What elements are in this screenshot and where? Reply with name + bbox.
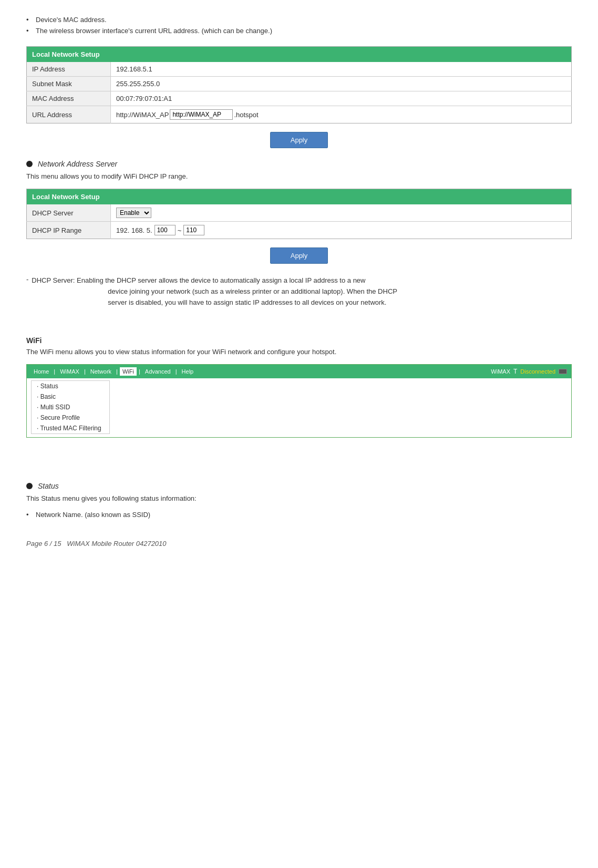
row-label: DHCP IP Range xyxy=(27,222,111,239)
dropdown-item-basic[interactable]: · Basic xyxy=(32,391,109,402)
apply-button-1[interactable]: Apply xyxy=(270,132,328,148)
row-label: IP Address xyxy=(27,62,111,77)
nav-item-advanced[interactable]: Advanced xyxy=(142,367,173,376)
nav-sep-1: | xyxy=(54,368,55,375)
nav-sep-2: | xyxy=(84,368,86,375)
wifi-heading: WiFi xyxy=(26,336,572,345)
top-bullet-list: Device's MAC address. The wireless brows… xyxy=(26,16,572,35)
table2-header: Local Network Setup xyxy=(27,189,572,205)
nav-item-help[interactable]: Help xyxy=(179,367,197,376)
nav-item-wifi[interactable]: WiFi xyxy=(120,367,137,376)
url-suffix: .hotspot xyxy=(234,111,258,119)
dhcp-range-prefix: 192. 168. 5. xyxy=(116,226,152,234)
dhcp-note-text: DHCP Server: Enabling the DHCP server al… xyxy=(32,275,397,308)
nav-sep-3: | xyxy=(116,368,118,375)
status-desc: This Status menu gives you following sta… xyxy=(26,494,572,502)
table1-header: Local Network Setup xyxy=(27,47,572,63)
status-bullet-list: Network Name. (also known as SSID) xyxy=(26,511,572,519)
row-label: DHCP Server xyxy=(27,204,111,222)
nav-right: WiMAX T Disconnected xyxy=(491,368,567,375)
nav-battery-icon xyxy=(559,369,567,374)
url-prefix: http://WiMAX_AP xyxy=(116,111,169,119)
footer-title: WiMAX Mobile Router 04272010 xyxy=(67,540,166,547)
bullet-item-2: The wireless browser interface's current… xyxy=(26,27,572,35)
table-row: IP Address 192.168.5.1 xyxy=(27,62,572,77)
local-network-table-2: Local Network Setup DHCP Server Enable D… xyxy=(26,189,572,239)
row-label: URL Address xyxy=(27,106,111,123)
dropdown-panel: · Status · Basic · Multi SSID · Secure P… xyxy=(31,380,110,434)
dropdown-item-secure-profile[interactable]: · Secure Profile xyxy=(32,412,109,423)
nav-wimax-label: WiMAX xyxy=(491,368,510,375)
row-value: 192.168.5.1 xyxy=(111,62,572,77)
dhcp-note: - DHCP Server: Enabling the DHCP server … xyxy=(26,275,572,308)
status-heading: Status xyxy=(26,482,572,490)
row-value: 00:07:79:07:01:A1 xyxy=(111,91,572,106)
dhcp-note-line1: DHCP Server: Enabling the DHCP server al… xyxy=(32,276,365,284)
table-row-dhcp-range: DHCP IP Range 192. 168. 5. ~ xyxy=(27,222,572,239)
bullet-circle-icon xyxy=(26,161,33,167)
dropdown-item-trusted-mac[interactable]: · Trusted MAC Filtering xyxy=(32,423,109,433)
nav-disconnected-status: Disconnected xyxy=(520,368,555,375)
nav-wrapper: Home | WiMAX | Network | WiFi | Advanced… xyxy=(26,364,572,438)
dhcp-range-sep: ~ xyxy=(178,226,182,234)
nav-signal-icon: T xyxy=(513,368,517,375)
table-row-dhcp-server: DHCP Server Enable Disable xyxy=(27,204,572,222)
row-label: MAC Address xyxy=(27,91,111,106)
url-input[interactable] xyxy=(170,109,233,120)
dhcp-dash: - xyxy=(26,275,28,283)
nav-item-wimax[interactable]: WiMAX xyxy=(57,367,82,376)
nav-item-home[interactable]: Home xyxy=(31,367,51,376)
dhcp-note-line3: server is disabled, you will have to ass… xyxy=(108,297,386,308)
status-bullet-item-1: Network Name. (also known as SSID) xyxy=(26,511,572,519)
network-address-server-heading: Network Address Server xyxy=(26,160,572,168)
dropdown-item-status[interactable]: · Status xyxy=(32,381,109,391)
dropdown-item-multissid[interactable]: · Multi SSID xyxy=(32,402,109,412)
dropdown-container: · Status · Basic · Multi SSID · Secure P… xyxy=(27,378,571,437)
dhcp-range-start[interactable] xyxy=(154,225,176,235)
page-number: Page 6 / 15 xyxy=(26,540,61,547)
row-label: Subnet Mask xyxy=(27,77,111,91)
row-value-url: http://WiMAX_AP .hotspot xyxy=(111,106,572,123)
wifi-desc: The WiFi menu allows you to view status … xyxy=(26,348,572,356)
network-address-desc: This menu allows you to modify WiFi DHCP… xyxy=(26,172,572,180)
table-row: Subnet Mask 255.255.255.0 xyxy=(27,77,572,91)
nav-bar: Home | WiMAX | Network | WiFi | Advanced… xyxy=(27,365,571,378)
table-row: MAC Address 00:07:79:07:01:A1 xyxy=(27,91,572,106)
local-network-table-1: Local Network Setup IP Address 192.168.5… xyxy=(26,46,572,123)
dhcp-range-end[interactable] xyxy=(183,225,204,235)
row-value: 255.255.255.0 xyxy=(111,77,572,91)
apply-wrap-2: Apply xyxy=(26,247,572,264)
row-value-range: 192. 168. 5. ~ xyxy=(111,222,572,239)
nav-sep-5: | xyxy=(176,368,177,375)
nav-item-network[interactable]: Network xyxy=(88,367,114,376)
apply-button-2[interactable]: Apply xyxy=(270,247,328,264)
bullet-item-1: Device's MAC address. xyxy=(26,16,572,24)
status-heading-text: Status xyxy=(38,482,59,490)
section-heading-text: Network Address Server xyxy=(38,160,117,168)
dhcp-server-select[interactable]: Enable Disable xyxy=(116,208,151,218)
status-section: Status This Status menu gives you follow… xyxy=(26,482,572,519)
page-footer: Page 6 / 15 WiMAX Mobile Router 04272010 xyxy=(26,540,572,547)
dhcp-note-line2: device joining your network (such as a w… xyxy=(108,286,397,297)
row-value-select[interactable]: Enable Disable xyxy=(111,204,572,222)
status-bullet-icon xyxy=(26,483,33,489)
table-row-url: URL Address http://WiMAX_AP .hotspot xyxy=(27,106,572,123)
nav-sep-4: | xyxy=(139,368,140,375)
apply-wrap-1: Apply xyxy=(26,132,572,148)
